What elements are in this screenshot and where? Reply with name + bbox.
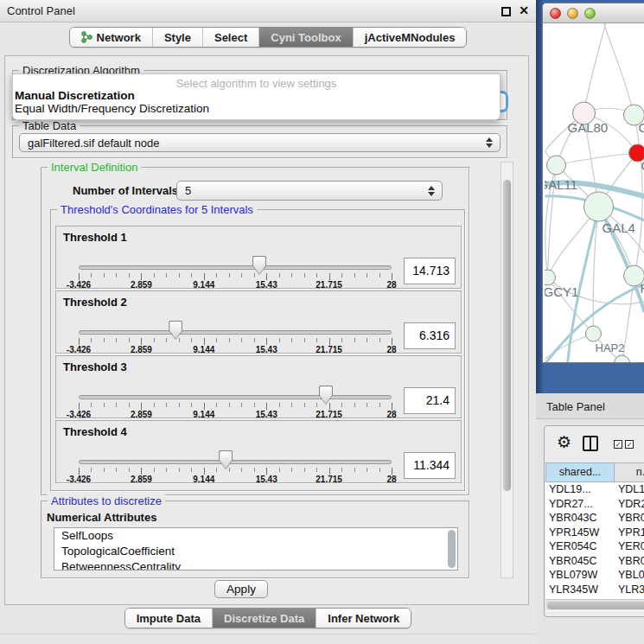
table-cell: YDL1... [615, 482, 644, 497]
table-column-header[interactable]: n... [615, 462, 644, 482]
attribute-list-item[interactable]: BetweennessCentrality [54, 559, 457, 571]
attribute-list-item[interactable]: SelfLoops [54, 528, 457, 544]
network-edge[interactable] [557, 153, 638, 165]
tab-cyni-toolbox[interactable]: Cyni Toolbox [258, 28, 352, 47]
network-edge[interactable] [604, 23, 634, 115]
threshold-label: Threshold 3 [63, 360, 127, 373]
network-canvas[interactable]: GAL80GCGAL11GAL4GCY1HHAP2 [545, 23, 644, 363]
threshold-3-panel: Threshold 3-3.4262.8599.14415.4321.71528… [55, 355, 462, 418]
attributes-list-scrollbar[interactable] [448, 530, 456, 568]
close-traffic-light-icon[interactable] [550, 8, 561, 19]
table-row[interactable]: YLR345WYLR3... [545, 583, 644, 597]
threshold-label: Threshold 2 [63, 296, 127, 309]
panel-vertical-scrollbar[interactable] [501, 162, 513, 578]
table-cell: YBR045C [545, 554, 615, 569]
table-row[interactable]: YPR145WYPR1... [545, 526, 644, 540]
network-edge[interactable] [584, 23, 606, 113]
tab-impute-data[interactable]: Impute Data [125, 609, 212, 628]
control-panel-title: Control Panel [7, 4, 75, 17]
network-node-label: G [639, 120, 644, 135]
thresholds-group-title: Threshold's Coordinates for 5 Intervals [57, 203, 257, 216]
slider-tick-labels: -3.4262.8599.14415.4321.71528 [79, 410, 392, 419]
checkbox-icon[interactable]: ✓ [614, 440, 622, 449]
slider-thumb[interactable] [319, 386, 333, 405]
interval-definition-group: Interval Definition Number of Intervals … [41, 167, 469, 495]
slider-track[interactable] [79, 330, 392, 335]
table-row[interactable]: YDL19...YDL1... [545, 482, 644, 497]
bottom-tab-bar: Impute DataDiscretize DataInfer Network [0, 608, 536, 628]
table-hscrollbar-thumb[interactable] [547, 602, 644, 609]
number-of-intervals-combobox[interactable]: 5 [176, 181, 443, 201]
network-node-label: GAL11 [545, 177, 577, 192]
tab-jactivemnodules[interactable]: jActiveMNodules [353, 28, 467, 47]
tab-label: Network [97, 31, 141, 44]
tab-discretize-data[interactable]: Discretize Data [212, 609, 316, 628]
tab-label: Style [164, 31, 191, 44]
table-cell: YDR2... [615, 497, 644, 512]
table-column-header[interactable]: shared... [545, 462, 615, 482]
zoom-traffic-light-icon[interactable] [584, 8, 596, 19]
slider-thumb[interactable] [219, 450, 233, 469]
number-of-intervals-value: 5 [185, 182, 191, 200]
network-node-gal11[interactable] [547, 156, 566, 175]
table-row[interactable]: YBR043CYBR0... [545, 511, 644, 526]
table-row[interactable]: YBR045CYBR0... [545, 554, 644, 569]
numerical-attributes-label: Numerical Attributes [47, 511, 156, 524]
network-view-window: GAL80GCGAL11GAL4GCY1HHAP2 [542, 3, 644, 363]
node-table: shared...n... YDL19...YDL1...YDR27...YDR… [545, 462, 644, 611]
combobox-stepper-icon [428, 186, 436, 196]
gear-icon[interactable]: ⚙ [557, 432, 571, 452]
slider-track[interactable] [79, 265, 392, 270]
network-node-hap2[interactable] [586, 326, 602, 341]
network-node[interactable] [615, 355, 630, 363]
dropdown-option-equal-width-frequency-discretization[interactable]: Equal Width/Frequency Discretization [13, 102, 500, 115]
table-row[interactable]: YDR27...YDR2... [545, 497, 644, 512]
table-data-combobox-value: galFiltered.sif default node [28, 134, 159, 152]
table-panel-titlebar: Table Panel [536, 393, 644, 419]
slider-thumb[interactable] [252, 256, 266, 275]
table-row[interactable]: YER054CYER0... [545, 539, 644, 554]
apply-button[interactable]: Apply [214, 580, 268, 598]
tab-style[interactable]: Style [152, 28, 202, 47]
slider-track[interactable] [79, 460, 392, 464]
tab-label: jActiveMNodules [365, 31, 456, 44]
slider-track[interactable] [79, 395, 392, 399]
threshold-2-panel: Threshold 2-3.4262.8599.14415.4321.71528… [55, 290, 462, 354]
network-node-label: GCY1 [545, 284, 578, 299]
table-cell: YLR345W [545, 583, 615, 597]
table-row[interactable]: YBL079WYBL0... [545, 568, 644, 583]
algorithm-dropdown-popup: Select algorithm to view settings Manual… [12, 73, 501, 120]
dropdown-option-manual-discretization[interactable]: Manual Discretization [13, 89, 500, 102]
table-toolbar: ⚙ ✓ ✓ [545, 426, 644, 461]
checkbox-icon[interactable]: ✓ [625, 440, 634, 449]
threshold-value-field[interactable]: 6.316 [404, 322, 456, 349]
slider-thumb[interactable] [169, 321, 182, 340]
network-node-label: HAP2 [596, 341, 625, 354]
thresholds-group: Threshold's Coordinates for 5 Intervals … [50, 209, 465, 491]
numerical-attributes-list[interactable]: SelfLoopsTopologicalCoefficientBetweenne… [54, 527, 458, 571]
table-cell: YLR3... [615, 583, 644, 597]
number-of-intervals-label: Number of Intervals [73, 184, 178, 197]
threshold-value-field[interactable]: 21.4 [404, 387, 456, 414]
table-horizontal-scrollbar[interactable] [545, 599, 644, 610]
network-node-gal4[interactable] [584, 192, 614, 221]
table-data-combobox[interactable]: galFiltered.sif default node [19, 133, 501, 152]
close-icon[interactable]: ✕ [519, 3, 529, 17]
tab-label: Impute Data [137, 612, 201, 625]
table-cell: YDL19... [545, 482, 615, 497]
threshold-value-field[interactable]: 11.344 [404, 452, 456, 479]
table-cell: YBL0... [615, 568, 644, 583]
table-cell: YER0... [615, 539, 644, 554]
float-window-icon[interactable] [501, 7, 511, 16]
tab-select[interactable]: Select [202, 28, 258, 47]
interval-definition-group-title: Interval Definition [48, 161, 141, 174]
minimize-traffic-light-icon[interactable] [567, 8, 578, 19]
tab-infer-network[interactable]: Infer Network [316, 609, 411, 628]
tab-network[interactable]: Network [70, 28, 152, 47]
panel-scrollbar-thumb[interactable] [503, 180, 511, 491]
slider-tick-labels: -3.4262.8599.14415.4321.71528 [79, 475, 392, 484]
attribute-list-item[interactable]: TopologicalCoefficient [54, 544, 457, 559]
threshold-value-field[interactable]: 14.713 [404, 258, 456, 284]
attributes-to-discretize-group: Attributes to discretize Numerical Attri… [41, 501, 469, 578]
split-columns-icon[interactable] [583, 436, 598, 451]
